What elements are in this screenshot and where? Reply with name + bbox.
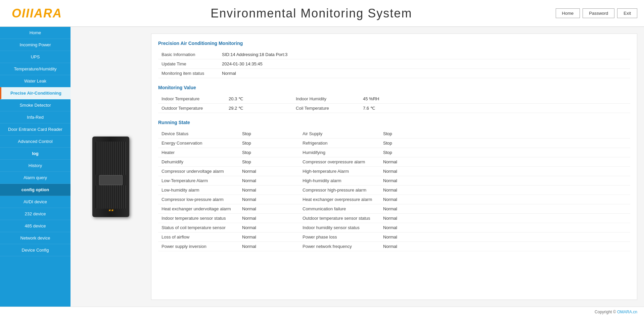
rs-value: Stop	[239, 129, 299, 139]
running-state-row: Indoor temperature sensor status Normal …	[158, 214, 630, 223]
rs-label: Loss of airflow	[158, 232, 239, 242]
sidebar-item-advanced-control[interactable]: Advanced Control	[0, 136, 71, 148]
rs-value: Stop	[239, 139, 299, 148]
rs-label: Compressor undervoltage alarm	[158, 167, 239, 176]
ac-panel	[99, 175, 123, 185]
footer-link[interactable]: OMARA.cn	[617, 310, 637, 314]
panel-title: Precision Air Conditioning Monitoring	[158, 41, 630, 46]
sidebar-item-ai-di-device[interactable]: AI/DI device	[0, 196, 71, 208]
running-state-row: Low-Temperature Alarm Normal High-humidi…	[158, 176, 630, 186]
rs-value: Normal	[239, 242, 299, 251]
sidebar-item-network-device[interactable]: Network device	[0, 232, 71, 244]
monitoring-status-label: Monitoring item status	[158, 69, 219, 78]
sidebar-item-water-leak[interactable]: Water Leak	[0, 75, 71, 87]
mv-label2: Indoor Humidity	[292, 94, 360, 104]
sidebar-item-232-device[interactable]: 232 device	[0, 208, 71, 220]
exit-button[interactable]: Exit	[617, 8, 637, 18]
rs-label2: Power phase loss	[299, 232, 380, 242]
running-state-row: Device Status Stop Air Supply Stop	[158, 129, 630, 139]
rs-label2: Air Supply	[299, 129, 380, 139]
monitoring-status-row: Monitoring item status Normal	[158, 69, 630, 78]
mv-label: Outdoor Temperature	[158, 104, 225, 113]
rs-label2: Heat exchanger overpressure alarm	[299, 195, 380, 204]
rs-value: Normal	[239, 204, 299, 214]
running-state-row: Loss of airflow Normal Power phase loss …	[158, 232, 630, 242]
monitoring-values-container: Indoor Temperature 20.3 ℃ Indoor Humidit…	[158, 94, 630, 113]
rs-value2: Normal	[380, 204, 630, 214]
sidebar-item-incoming-power[interactable]: Incoming Power	[0, 39, 71, 51]
rs-value: Normal	[239, 167, 299, 176]
rs-value2: Normal	[380, 242, 630, 251]
sidebar-item-log[interactable]: log	[0, 148, 71, 160]
rs-value2: Normal	[380, 223, 630, 232]
footer-text: Copyright ©	[595, 310, 616, 314]
rs-label: Compressor low-pressure alarm	[158, 195, 239, 204]
mv-label2: Coil Temperature	[292, 104, 360, 113]
logo: OIIIARA	[7, 6, 67, 20]
sidebar-item-device-config[interactable]: Device Config	[0, 244, 71, 256]
mv-label: Indoor Temperature	[158, 94, 225, 104]
rs-label: Power supply inversion	[158, 242, 239, 251]
ac-top-vent	[96, 142, 126, 175]
rs-value2: Normal	[380, 157, 630, 167]
rs-value: Normal	[239, 186, 299, 195]
monitoring-panel: Precision Air Conditioning Monitoring Ba…	[151, 34, 637, 300]
sidebar-item-alarm-query[interactable]: Alarm query	[0, 172, 71, 184]
sidebar-item-temperature-humidity[interactable]: Temperature/Humidity	[0, 63, 71, 75]
page-title: Environmental Monitoring System	[67, 6, 556, 20]
content: ★★ Precision Air Conditioning Monitoring…	[71, 27, 644, 307]
sidebar-item-history[interactable]: History	[0, 160, 71, 172]
sidebar-item-config-option[interactable]: config option	[0, 184, 71, 196]
update-time-row: Update Time 2024-01-30 14:35:45	[158, 59, 630, 69]
mv-value: 29.2 ℃	[225, 104, 292, 113]
logo-text: OIIIARA	[12, 6, 62, 20]
rs-value2: Stop	[380, 129, 630, 139]
update-time-label: Update Time	[158, 59, 219, 69]
running-state-row: Energy Conservation Stop Refrigeration S…	[158, 139, 630, 148]
basic-info-label: Basic Information	[158, 50, 219, 59]
running-states-table: Device Status Stop Air Supply Stop Energ…	[158, 129, 630, 251]
rs-value2: Normal	[380, 167, 630, 176]
sidebar-item-door-entrance-card-reader[interactable]: Door Entrance Card Reader	[0, 123, 71, 136]
sidebar-item-infa-red[interactable]: Infa-Red	[0, 111, 71, 123]
sidebar-item-ups[interactable]: UPS	[0, 51, 71, 63]
sidebar-item-home[interactable]: Home	[0, 27, 71, 39]
running-states-container: Device Status Stop Air Supply Stop Energ…	[158, 129, 630, 251]
header-buttons: HomePasswordExit	[556, 8, 637, 18]
rs-label2: High-temperature Alarm	[299, 167, 380, 176]
rs-value2: Normal	[380, 232, 630, 242]
monitoring-value-row: Outdoor Temperature 29.2 ℃ Coil Temperat…	[158, 104, 630, 113]
rs-label: Dehumidify	[158, 157, 239, 167]
rs-value: Stop	[239, 157, 299, 167]
running-state-row: Heater Stop Humidifying Stop	[158, 148, 630, 157]
sidebar-item-precise-air-conditioning[interactable]: Precise Air-Conditioning	[0, 87, 71, 99]
running-state-row: Compressor low-pressure alarm Normal Hea…	[158, 195, 630, 204]
rs-label2: Outdoor temperature sensor status	[299, 214, 380, 223]
monitoring-status-value: Normal	[219, 69, 630, 78]
rs-label2: Communication failure	[299, 204, 380, 214]
mv-value2: 45 %RH	[360, 94, 630, 104]
sidebar-item-smoke-detector[interactable]: Smoke Detector	[0, 99, 71, 111]
rs-label2: Compressor high-pressure alarm	[299, 186, 380, 195]
rs-label: Low-Temperature Alarm	[158, 176, 239, 186]
rs-value: Normal	[239, 223, 299, 232]
rs-value2: Normal	[380, 186, 630, 195]
rs-label: Energy Conservation	[158, 139, 239, 148]
monitoring-value-row: Indoor Temperature 20.3 ℃ Indoor Humidit…	[158, 94, 630, 104]
rs-label: Indoor temperature sensor status	[158, 214, 239, 223]
rs-label: Heater	[158, 148, 239, 157]
footer: Copyright © OMARA.cn	[0, 307, 644, 317]
rs-value2: Normal	[380, 214, 630, 223]
mv-value2: 7.6 ℃	[360, 104, 630, 113]
ac-image-area: ★★	[77, 34, 144, 300]
header: OIIIARA Environmental Monitoring System …	[0, 0, 644, 27]
rs-label: Device Status	[158, 129, 239, 139]
rs-value: Normal	[239, 195, 299, 204]
password-button[interactable]: Password	[583, 8, 614, 18]
running-state-row: Heat exchanger undervoltage alarm Normal…	[158, 204, 630, 214]
sidebar-item-485-device[interactable]: 485 device	[0, 220, 71, 232]
rs-value: Stop	[239, 148, 299, 157]
home-button[interactable]: Home	[556, 8, 580, 18]
running-state-row: Low-humidity alarm Normal Compressor hig…	[158, 186, 630, 195]
rs-label: Low-humidity alarm	[158, 186, 239, 195]
